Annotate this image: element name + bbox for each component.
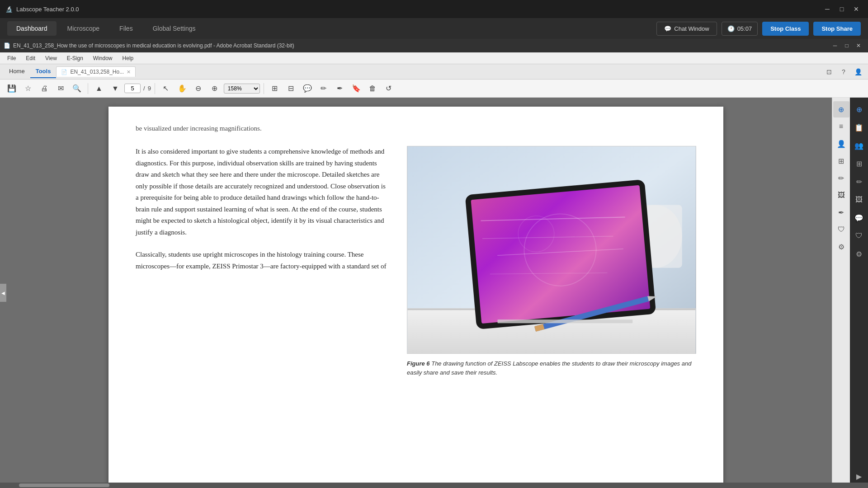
pdf-area[interactable]: ◀ be visualized under increasing magnifi…: [0, 98, 832, 488]
acrobat-sidebar-layers[interactable]: ≡: [833, 118, 849, 135]
chat-window-label: Chat Window: [674, 25, 709, 32]
help-button[interactable]: ?: [837, 66, 850, 78]
acrobat-titlebar: 📄 EN_41_013_258_How the use of microscop…: [0, 39, 868, 52]
page-total: 9: [148, 85, 151, 92]
find-button[interactable]: 🔍: [70, 81, 84, 96]
profile-button[interactable]: 👤: [852, 66, 864, 78]
acrobat-minimize-button[interactable]: ─: [829, 40, 841, 52]
page-navigation: / 9: [124, 84, 151, 93]
ls-btn-pencil[interactable]: ✏: [851, 174, 867, 190]
nav-tab-dashboard[interactable]: Dashboard: [7, 21, 57, 36]
pdf-file-icon: 📄: [61, 69, 67, 75]
page-top-snippet: be visualized under increasing magnifica…: [136, 125, 696, 132]
ls-btn-zoom[interactable]: ⊕: [851, 101, 867, 117]
labscope-right-panel: ⊕ 📋 👥 ⊞ ✏ 🖼 💬 🛡 ⚙ ▶: [850, 98, 868, 488]
menu-edit[interactable]: Edit: [21, 54, 40, 63]
close-tab-button[interactable]: ✕: [127, 69, 131, 75]
acrobat-sidebar-zoom[interactable]: ⊕: [833, 101, 849, 117]
stop-share-button[interactable]: Stop Share: [813, 22, 861, 36]
pdf-text-column: It is also considered important to give …: [136, 146, 389, 377]
acrobat-sidebar-settings[interactable]: ⚙: [833, 239, 849, 255]
acrobat-tab-tools[interactable]: Tools: [30, 65, 57, 78]
zoom-out-button[interactable]: ⊖: [191, 81, 206, 96]
ls-btn-image[interactable]: 🖼: [851, 192, 867, 208]
left-arrow-icon: ◀: [1, 291, 5, 296]
figure-caption-text: The drawing function of ZEISS Labscope e…: [407, 360, 691, 376]
acrobat-tab-file[interactable]: 📄 EN_41_013,258_Ho... ✕: [56, 66, 136, 77]
nav-bar: Dashboard Microscope Files Global Settin…: [0, 18, 868, 39]
hand-tool-button[interactable]: ✋: [175, 81, 189, 96]
clock-icon: 🕐: [727, 25, 735, 32]
rotate-button[interactable]: ↺: [382, 81, 396, 96]
separator-2: [155, 83, 155, 94]
acrobat-maximize-button[interactable]: □: [841, 40, 853, 52]
ls-expand-area: ▶: [851, 468, 867, 484]
stamp-button[interactable]: 🔖: [349, 81, 363, 96]
chat-window-button[interactable]: 💬 Chat Window: [656, 22, 717, 36]
draw-button[interactable]: ✒: [333, 81, 347, 96]
timer-display: 🕐 05:07: [722, 22, 758, 36]
acrobat-menubar: File Edit View E-Sign Window Help: [0, 52, 868, 64]
horizontal-scrollbar[interactable]: [0, 483, 868, 488]
print-button[interactable]: 🖨: [37, 81, 52, 96]
pdf-paragraph-1: It is also considered important to give …: [136, 146, 389, 238]
highlight-button[interactable]: ✏: [316, 81, 331, 96]
bookmark-button[interactable]: ☆: [21, 81, 35, 96]
nav-tab-files[interactable]: Files: [110, 21, 142, 36]
ls-btn-users[interactable]: 👥: [851, 137, 867, 154]
ls-btn-layers[interactable]: 📋: [851, 119, 867, 136]
figure-number: Figure 6: [407, 360, 430, 367]
acrobat-sidebar-edit[interactable]: ✏: [833, 170, 849, 186]
next-page-button[interactable]: ▼: [108, 81, 123, 96]
menu-view[interactable]: View: [41, 54, 61, 63]
fit-page-button[interactable]: ⊡: [823, 66, 835, 78]
acrobat-file-tab-label: EN_41_013,258_Ho...: [70, 69, 124, 75]
acrobat-sidebar-image[interactable]: 🖼: [833, 187, 849, 203]
nav-tab-microscope[interactable]: Microscope: [58, 21, 109, 36]
acrobat-sidebar-edit2[interactable]: ✒: [833, 204, 849, 221]
acrobat-tab-home[interactable]: Home: [4, 65, 30, 78]
ls-btn-settings[interactable]: ⚙: [851, 246, 867, 262]
acrobat-window-controls: ─ □ ✕: [829, 40, 864, 52]
acrobat-close-button[interactable]: ✕: [853, 40, 864, 52]
comment-button[interactable]: 💬: [300, 81, 315, 96]
left-panel-toggle[interactable]: ◀: [0, 284, 6, 302]
delete-button[interactable]: 🗑: [365, 81, 380, 96]
acrobat-sidebar-share[interactable]: 👤: [833, 136, 849, 152]
ls-btn-grid[interactable]: ⊞: [851, 155, 867, 172]
select-tool-button[interactable]: ↖: [159, 81, 173, 96]
zoom-in-button[interactable]: ⊕: [208, 81, 222, 96]
horizontal-scrollbar-thumb[interactable]: [19, 483, 109, 487]
scroll-button[interactable]: ⊟: [284, 81, 298, 96]
acrobat-pdf-icon: 📄: [4, 42, 10, 49]
acrobat-toolbar: 💾 ☆ 🖨 ✉ 🔍 ▲ ▼ / 9 ↖ ✋ ⊖ ⊕ 158% 100% 75% …: [0, 80, 868, 98]
maximize-button[interactable]: □: [835, 3, 848, 15]
menu-help[interactable]: Help: [118, 54, 138, 63]
ls-btn-expand[interactable]: ▶: [851, 468, 867, 484]
acrobat-window: 📄 EN_41_013_258_How the use of microscop…: [0, 39, 868, 488]
timer-value: 05:07: [737, 25, 752, 32]
acrobat-sidebar-shield[interactable]: 🛡: [833, 221, 849, 238]
close-button[interactable]: ✕: [850, 3, 863, 15]
menu-window[interactable]: Window: [89, 54, 117, 63]
ls-btn-chat[interactable]: 💬: [851, 210, 867, 226]
window-controls: ─ □ ✕: [821, 3, 863, 15]
acrobat-sidebar-grid[interactable]: ⊞: [833, 153, 849, 169]
save-button[interactable]: 💾: [5, 81, 19, 96]
menu-file[interactable]: File: [3, 54, 20, 63]
ls-btn-shield[interactable]: 🛡: [851, 228, 867, 244]
snapshot-button[interactable]: ⊞: [268, 81, 282, 96]
email-button[interactable]: ✉: [53, 81, 68, 96]
pdf-page: be visualized under increasing magnifica…: [108, 107, 723, 488]
nav-tab-global-settings[interactable]: Global Settings: [144, 21, 205, 36]
menu-esign[interactable]: E-Sign: [62, 54, 88, 63]
figure-image: [407, 146, 696, 354]
pdf-paragraph-2: Classically, students use upright micros…: [136, 249, 389, 272]
pdf-content: It is also considered important to give …: [136, 146, 696, 377]
prev-page-button[interactable]: ▲: [92, 81, 106, 96]
stop-class-button[interactable]: Stop Class: [762, 22, 809, 36]
minimize-button[interactable]: ─: [821, 3, 834, 15]
chat-icon: 💬: [664, 25, 671, 32]
zoom-select[interactable]: 158% 100% 75% 50%: [224, 84, 260, 94]
page-number-input[interactable]: [124, 84, 141, 93]
